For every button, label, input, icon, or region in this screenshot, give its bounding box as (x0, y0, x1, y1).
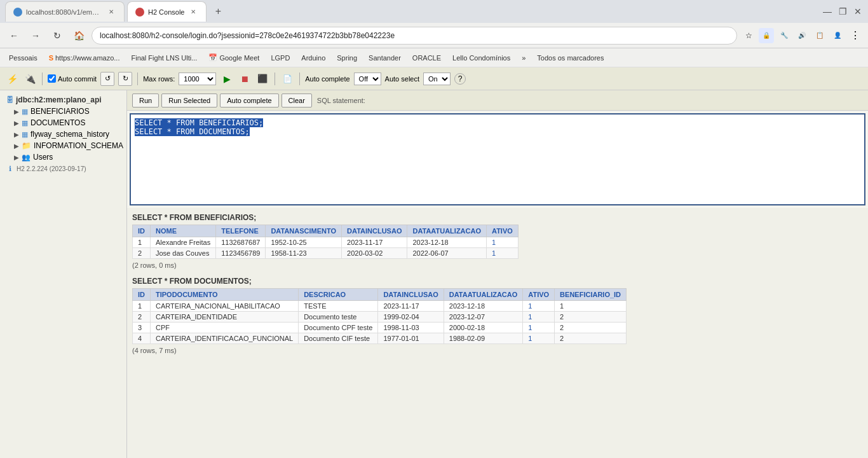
table-cell: 1 (133, 301, 151, 312)
run-green-icon[interactable]: ▶ (220, 72, 234, 86)
query-toolbar: Run Run Selected Auto complete Clear SQL… (127, 90, 868, 111)
toolbar-icon-2[interactable]: 🔌 (23, 72, 37, 86)
table-cell: 2 (133, 312, 151, 323)
settings-icon[interactable]: 📄 (280, 72, 294, 86)
toolbar-icon-4[interactable]: ↻ (118, 72, 132, 86)
ext2-icon[interactable]: 🔧 (776, 28, 792, 43)
table-row: 1Alexandre Freitas11326876871952-10-2520… (133, 237, 519, 248)
auto-commit-checkbox[interactable] (48, 74, 56, 83)
sidebar-item-information-schema[interactable]: ▶ 📁 INFORMATION_SCHEMA (4, 140, 123, 151)
table-cell: 2 (555, 323, 627, 333)
bookmark-more[interactable]: » (518, 53, 529, 63)
new-tab-button[interactable]: + (209, 3, 227, 20)
sidebar-item-documentos[interactable]: ▶ ▦ DOCUMENTOS (4, 117, 123, 128)
bookmark-amazon[interactable]: S https://www.amazo... (45, 53, 124, 63)
h2-app: ⚡ 🔌 Auto commit ↺ ↻ Max rows: 1000 100 1… (0, 67, 868, 458)
info-icon: ℹ (9, 165, 11, 173)
forward-button[interactable]: → (27, 27, 44, 45)
star-icon[interactable]: ☆ (741, 28, 756, 43)
sidebar-label-users: Users (33, 153, 53, 162)
table-cell: 1 (523, 323, 555, 333)
table-cell: Documento teste (299, 312, 378, 323)
table-cell: 1 (523, 312, 555, 323)
sidebar: 🗄 jdbc:h2:mem:plano_api ▶ ▦ BENEFICIARIO… (0, 90, 127, 458)
bookmark-all[interactable]: Todos os marcadores (533, 53, 607, 63)
menu-icon[interactable]: ⋮ (848, 28, 863, 43)
ext5-icon[interactable]: 👤 (830, 28, 845, 43)
run-selected-button[interactable]: Run Selected (161, 94, 217, 108)
max-rows-label: Max rows: (143, 75, 175, 83)
bookmark-lgpd[interactable]: LGPD (267, 53, 294, 63)
table-icon-beneficiarios: ▦ (22, 108, 28, 116)
close-button[interactable]: ✕ (853, 6, 863, 17)
maximize-button[interactable]: ❐ (837, 6, 848, 17)
expand-icon-schema: ▶ (14, 142, 19, 149)
sidebar-label-flyway: flyway_schema_history (31, 130, 109, 139)
table-row: 2Jose das Couves11234567891958-11-232020… (133, 248, 519, 259)
users-icon: 👥 (22, 153, 31, 162)
bookmark-finalfight[interactable]: Final Fight LNS Ulti... (127, 53, 201, 63)
auto-select-select[interactable]: On Off (423, 73, 451, 85)
clear-button[interactable]: Clear (281, 94, 312, 108)
tab-close-employees[interactable]: ✕ (106, 7, 116, 17)
stop-icon[interactable]: ⬛ (255, 72, 269, 86)
query-area: Run Run Selected Auto complete Clear SQL… (127, 90, 868, 458)
h2-main-body: 🗄 jdbc:h2:mem:plano_api ▶ ▦ BENEFICIARIO… (0, 90, 868, 458)
run-red-icon[interactable]: ⏹ (238, 72, 252, 86)
query-editor[interactable]: SELECT * FROM BENEFICIARIOS; SELECT * FR… (130, 113, 865, 205)
ext4-icon[interactable]: 📋 (812, 28, 827, 43)
table-icon-flyway: ▦ (22, 130, 28, 139)
ext3-icon[interactable]: 🔊 (794, 28, 810, 43)
run-button[interactable]: Run (132, 94, 159, 108)
auto-complete-button[interactable]: Auto complete (220, 94, 278, 108)
auto-complete-select[interactable]: Off On (354, 73, 381, 85)
bookmark-santander[interactable]: Santander (365, 53, 405, 63)
bookmark-meet-icon: 📅 (208, 53, 217, 62)
tab-favicon-employees (13, 8, 22, 17)
address-input[interactable] (92, 27, 737, 45)
sidebar-item-flyway[interactable]: ▶ ▦ flyway_schema_history (4, 128, 123, 140)
sidebar-item-beneficiarios[interactable]: ▶ ▦ BENEFICIARIOS (4, 106, 123, 117)
col-dataatualizacao-1: DATAATUALIZACAO (407, 225, 487, 237)
result1-table: ID NOME TELEFONE DATANASCIMENTO DATAINCL… (132, 225, 519, 259)
auto-complete-label: Auto complete (305, 75, 349, 83)
auto-commit-label[interactable]: Auto commit (48, 74, 97, 83)
minimize-button[interactable]: — (822, 6, 832, 17)
bookmark-pessoais[interactable]: Pessoais (5, 53, 41, 63)
tab-close-h2[interactable]: ✕ (188, 7, 198, 17)
expand-icon-documentos: ▶ (14, 120, 19, 127)
extension-icons: ☆ 🔒 🔧 🔊 📋 👤 ⋮ (741, 28, 863, 43)
bookmark-oracle-label: ORACLE (412, 54, 441, 62)
table-cell: 1 (523, 333, 555, 344)
query-line-2: SELECT * FROM DOCUMENTOS; (135, 127, 250, 136)
bookmark-meet[interactable]: 📅 Google Meet (205, 52, 263, 63)
ext1-icon[interactable]: 🔒 (759, 28, 774, 43)
sidebar-item-users[interactable]: ▶ 👥 Users (4, 151, 123, 163)
tab-h2[interactable]: H2 Console ✕ (127, 1, 207, 22)
toolbar-icon-3[interactable]: ↺ (100, 72, 114, 86)
query-line-1: SELECT * FROM BENEFICIARIOS; (135, 118, 263, 127)
bookmark-spring[interactable]: Spring (333, 53, 361, 63)
table-cell: 1123456789 (216, 248, 266, 259)
table-cell: Documento CPF teste (299, 323, 378, 333)
sidebar-label-schema: INFORMATION_SCHEMA (34, 141, 123, 150)
bookmark-arduino-label: Arduino (301, 54, 325, 62)
tab-employees[interactable]: localhost:8080/v1/employees/9 ✕ (5, 1, 125, 22)
bookmark-arduino[interactable]: Arduino (297, 53, 329, 63)
max-rows-select[interactable]: 1000 100 10000 (179, 73, 216, 85)
help-icon[interactable]: ? (454, 73, 466, 85)
table-cell: 1998-11-03 (378, 323, 444, 333)
bookmark-oracle[interactable]: ORACLE (409, 53, 445, 63)
table-row: 3CPFDocumento CPF teste1998-11-032000-02… (133, 323, 627, 333)
sidebar-connection[interactable]: 🗄 jdbc:h2:mem:plano_api (4, 94, 123, 106)
home-button[interactable]: 🏠 (70, 27, 88, 45)
toolbar-icon-1[interactable]: ⚡ (5, 72, 19, 86)
col-id-2: ID (133, 289, 151, 301)
back-button[interactable]: ← (5, 27, 23, 45)
toolbar-sep-4 (299, 73, 300, 85)
table-row: 1CARTEIRA_NACIONAL_HABILITACAOTESTE2023-… (133, 301, 627, 312)
table-row: 2CARTEIRA_IDENTIDADEDocumento teste1999-… (133, 312, 627, 323)
table-cell: 2023-12-18 (444, 301, 523, 312)
reload-button[interactable]: ↻ (48, 27, 66, 45)
bookmark-lello[interactable]: Lello Condomínios (449, 53, 514, 63)
